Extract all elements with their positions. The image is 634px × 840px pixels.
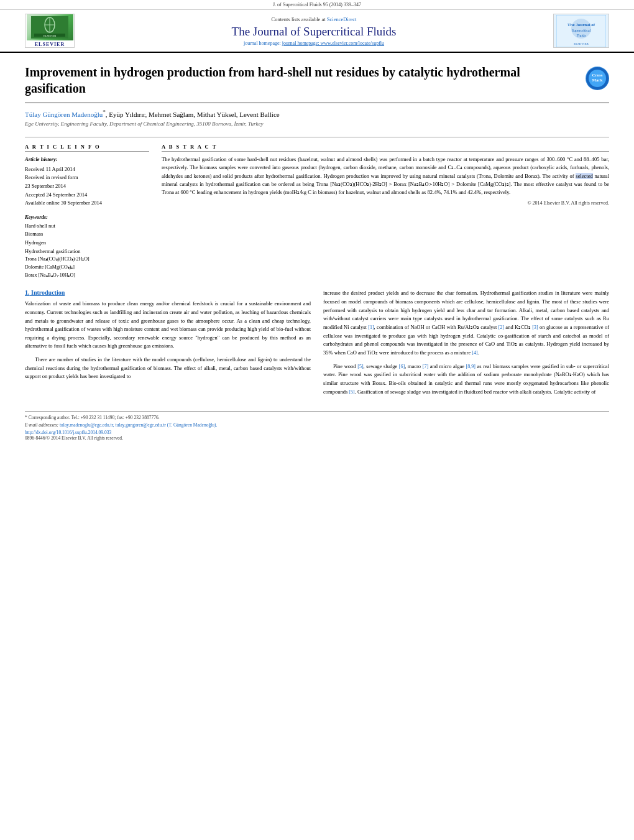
elsevier-logo-left: ELSEVIER ELSEVIER <box>25 14 75 48</box>
elsevier-label: ELSEVIER <box>35 42 65 47</box>
journal-homepage-text: journal homepage: journal homepage: www.… <box>87 40 541 46</box>
article-info-abstract-section: A R T I C L E I N F O Article history: R… <box>25 137 609 279</box>
keywords-label: Keywords: <box>25 214 149 220</box>
ref-7[interactable]: [7] <box>423 364 428 369</box>
article-title: Improvement in hydrogen production from … <box>25 64 586 96</box>
journal-url-link[interactable]: journal homepage: www.elsevier.com/locat… <box>282 40 384 46</box>
journal-header: ELSEVIER ELSEVIER Contents lists availab… <box>0 10 634 53</box>
received-revised-label: Received in revised form <box>25 173 149 182</box>
svg-text:Cross: Cross <box>592 73 603 78</box>
author-ballice: Levent Ballice <box>239 111 279 118</box>
intro-section-title: 1. Introduction <box>25 289 311 296</box>
author-yuksel: Mithat Yüksel, <box>197 111 239 118</box>
received-date: Received 11 April 2014 <box>25 165 149 174</box>
body-col-right: increase the desired product yields and … <box>323 289 609 401</box>
right-paragraph-1: increase the desired product yields and … <box>323 289 609 357</box>
crossmark-badge: Cross Mark <box>586 67 609 90</box>
article-content: Improvement in hydrogen production from … <box>0 53 634 401</box>
author-saglam: Mehmet Sağlam, <box>149 111 197 118</box>
ref-4[interactable]: [4] <box>472 350 477 356</box>
ref-2[interactable]: [2] <box>498 325 504 330</box>
keyword-7: Borax [Na₂B₄O₇·10H₂O] <box>25 272 149 280</box>
ref-5b[interactable]: [5] <box>349 389 354 395</box>
article-title-section: Improvement in hydrogen production from … <box>25 53 609 103</box>
abstract-label: A B S T R A C T <box>162 144 609 152</box>
ref-1[interactable]: [1] <box>368 325 374 330</box>
intro-paragraph-1: Valorization of waste and biomass to pro… <box>25 300 311 351</box>
author-yildirir: Eyüp Yıldırır, <box>109 111 149 118</box>
right-body-text: increase the desired product yields and … <box>323 289 609 396</box>
email-line: E-mail addresses: tulay.madenoglu@ege.ed… <box>25 422 609 428</box>
journal-reference: J. of Supercritical Fluids 95 (2014) 339… <box>0 0 634 10</box>
svg-text:Mark: Mark <box>592 78 602 83</box>
accepted-date: Accepted 24 September 2014 <box>25 191 149 200</box>
keyword-3: Hydrogen <box>25 239 149 247</box>
body-col-left: 1. Introduction Valorization of waste an… <box>25 289 311 401</box>
svg-text:The Journal of: The Journal of <box>567 22 595 27</box>
email-addresses: tulay.madenoglu@ege.edu.tr, tulay.gungor… <box>60 422 217 428</box>
keywords-section: Keywords: Hard-shell nut Biomass Hydroge… <box>25 214 149 280</box>
keyword-1: Hard-shell nut <box>25 222 149 231</box>
keyword-6: Dolomite [CaMg(CO₃)₂] <box>25 264 149 272</box>
article-info-label: A R T I C L E I N F O <box>25 144 149 152</box>
affiliation-text: Ege University, Engineering Faculty, Dep… <box>25 121 609 127</box>
intro-body-text: Valorization of waste and biomass to pro… <box>25 300 311 381</box>
authors-line: Tülay Güngören Madenoğlu*, Eyüp Yıldırır… <box>25 108 609 119</box>
copyright-text: © 2014 Elsevier B.V. All rights reserved… <box>162 200 609 206</box>
section-number: 1. <box>25 289 30 296</box>
section-title-text: Introduction <box>31 289 65 296</box>
revised-date: 23 September 2014 <box>25 182 149 191</box>
body-content: 1. Introduction Valorization of waste an… <box>25 289 609 401</box>
ref-3[interactable]: [3] <box>532 325 538 330</box>
doi-link[interactable]: http://dx.doi.org/10.1016/j.supflu.2014.… <box>25 430 609 435</box>
author-madeno: Tülay Güngören Madenoğlu <box>25 111 103 118</box>
issn-text: 0896-8446/© 2014 Elsevier B.V. All right… <box>25 435 123 441</box>
intro-paragraph-2: There are number of studies in the liter… <box>25 356 311 381</box>
authors-section: Tülay Güngören Madenoğlu*, Eyüp Yıldırır… <box>25 103 609 129</box>
ref-6[interactable]: [6] <box>399 364 405 369</box>
abstract-text: The hydrothermal gasification of some ha… <box>162 155 609 196</box>
svg-text:ELSEVIER: ELSEVIER <box>44 34 56 37</box>
article-history: Article history: Received 11 April 2014 … <box>25 155 149 208</box>
keyword-2: Biomass <box>25 230 149 239</box>
article-footer: * Corresponding author. Tel.: +90 232 31… <box>25 411 609 441</box>
crossmark-icon: Cross Mark <box>586 67 609 90</box>
article-info-column: A R T I C L E I N F O Article history: R… <box>25 144 149 279</box>
contents-available-text: Contents lists available at ScienceDirec… <box>87 16 541 22</box>
elsevier-logo-graphic: ELSEVIER <box>27 14 73 40</box>
right-paragraph-2: Pine wood [5], sewage sludge [6], macro … <box>323 362 609 397</box>
svg-text:Fluids: Fluids <box>576 34 586 37</box>
history-label: Article history: <box>25 155 149 164</box>
available-online: Available online 30 September 2014 <box>25 199 149 208</box>
article-page: J. of Supercritical Fluids 95 (2014) 339… <box>0 0 634 840</box>
email-label: E-mail addresses: <box>25 422 58 428</box>
selected-word: selected <box>576 173 592 179</box>
keyword-4: Hydrothermal gasification <box>25 247 149 256</box>
sciencedirect-link[interactable]: ScienceDirect <box>327 16 357 22</box>
corresponding-note: * Corresponding author. Tel.: +90 232 31… <box>25 414 609 421</box>
journal-title-header: The Journal of Supercritical Fluids <box>87 25 541 39</box>
abstract-column: A B S T R A C T The hydrothermal gasific… <box>162 144 609 279</box>
journal-logo-right: The Journal of Supercritical Fluids ELSE… <box>553 14 609 48</box>
ref-89[interactable]: [8,9] <box>466 364 476 369</box>
journal-ref-text: J. of Supercritical Fluids 95 (2014) 339… <box>273 2 361 7</box>
keyword-5: Trona [Na₃(CO₃)(HCO₃)·2H₂O] <box>25 256 149 264</box>
svg-text:ELSEVIER: ELSEVIER <box>574 42 589 45</box>
ref-5[interactable]: [5] <box>357 364 363 369</box>
svg-text:Supercritical: Supercritical <box>572 29 591 32</box>
header-center: Contents lists available at ScienceDirec… <box>75 16 553 46</box>
